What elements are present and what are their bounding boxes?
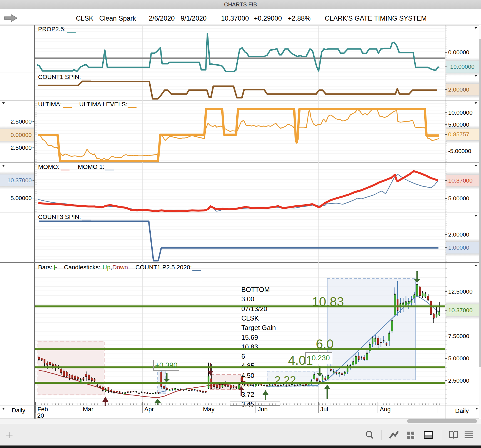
svg-text:Feb: Feb	[38, 406, 48, 413]
svg-text:2.50000: 2.50000	[448, 377, 469, 384]
svg-text:10.37000: 10.37000	[221, 14, 249, 22]
svg-text:+2.88%: +2.88%	[288, 14, 311, 22]
svg-text:15.69: 15.69	[241, 334, 258, 341]
svg-text:Mar: Mar	[83, 406, 93, 413]
svg-text:CLSK: CLSK	[241, 314, 259, 322]
svg-text:Aug: Aug	[380, 406, 391, 413]
svg-text:-2.50000: -2.50000	[9, 144, 32, 151]
svg-text:Jul: Jul	[320, 406, 328, 413]
svg-text:2.22: 2.22	[274, 374, 296, 386]
svg-text:Clean Spark: Clean Spark	[99, 14, 136, 22]
svg-text:10.37000: 10.37000	[7, 177, 32, 183]
svg-text:MOMO:: MOMO:	[38, 163, 59, 170]
svg-text:Down: Down	[112, 264, 128, 271]
svg-text:0.00000: 0.00000	[448, 49, 469, 55]
svg-text:-: -	[55, 264, 57, 271]
svg-text:COUNT3 SPIN:: COUNT3 SPIN:	[38, 213, 81, 220]
svg-text:Daily: Daily	[12, 407, 25, 414]
svg-text:2.50000: 2.50000	[11, 118, 32, 125]
svg-text:,: ,	[110, 264, 112, 271]
svg-text:4.01: 4.01	[288, 353, 313, 368]
svg-text:6: 6	[241, 353, 245, 360]
svg-text:7.50000: 7.50000	[448, 333, 469, 339]
svg-text:-19.00000: -19.00000	[448, 63, 475, 70]
svg-text:2/6/2020 - 9/1/2020: 2/6/2020 - 9/1/2020	[149, 14, 207, 22]
svg-text:MOMO 1:: MOMO 1:	[78, 163, 104, 170]
svg-text:Target Gain: Target Gain	[241, 324, 276, 331]
svg-text:4.85: 4.85	[241, 362, 254, 370]
svg-text:0.85757: 0.85757	[448, 131, 469, 137]
svg-text:12.50000: 12.50000	[448, 288, 473, 295]
svg-text:Daily: Daily	[455, 407, 469, 414]
svg-text:PROP2.5:: PROP2.5:	[38, 26, 66, 33]
svg-text:ULTIMA LEVELS:: ULTIMA LEVELS:	[79, 101, 127, 108]
svg-text:10.00000: 10.00000	[448, 109, 473, 116]
svg-text:20: 20	[37, 412, 44, 419]
svg-text:-5.00000: -5.00000	[448, 148, 471, 154]
svg-text:Up: Up	[103, 264, 110, 271]
svg-text:COUNT1 SPIN:: COUNT1 SPIN:	[38, 73, 81, 80]
svg-text:3.72: 3.72	[241, 391, 254, 398]
svg-text:CLARK'S GATE TIMING SYSTEM: CLARK'S GATE TIMING SYSTEM	[325, 14, 427, 22]
svg-text:CLSK: CLSK	[76, 14, 93, 22]
svg-text:10.37000: 10.37000	[448, 307, 473, 313]
svg-text:+0.29000: +0.29000	[254, 14, 282, 22]
svg-text:CHARTS FIB: CHARTS FIB	[224, 1, 257, 8]
svg-text:Jun: Jun	[258, 406, 267, 413]
svg-text:COUNT1 P2.5 2020:: COUNT1 P2.5 2020:	[135, 264, 192, 271]
svg-text:ULTIMA:: ULTIMA:	[38, 101, 62, 108]
svg-text:0.00000: 0.00000	[11, 132, 32, 138]
svg-text:5.00000: 5.00000	[11, 195, 32, 201]
svg-text:May: May	[203, 406, 215, 413]
svg-text:5.00000: 5.00000	[448, 355, 469, 361]
svg-text:1.00000: 1.00000	[448, 244, 469, 251]
svg-text:Candlesticks:: Candlesticks:	[64, 264, 100, 271]
svg-text:Bars:: Bars:	[38, 264, 52, 271]
svg-text:Apr: Apr	[144, 406, 154, 413]
svg-text:10.37000: 10.37000	[448, 177, 473, 184]
svg-text:4.50: 4.50	[241, 372, 254, 379]
svg-text:2.00000: 2.00000	[448, 231, 469, 238]
svg-text:BOTTOM: BOTTOM	[241, 286, 270, 293]
svg-text:+0.390: +0.390	[155, 361, 177, 369]
svg-text:2.00000: 2.00000	[448, 86, 469, 93]
svg-text:3.00: 3.00	[241, 295, 254, 303]
svg-text:5.00000: 5.00000	[448, 195, 469, 201]
